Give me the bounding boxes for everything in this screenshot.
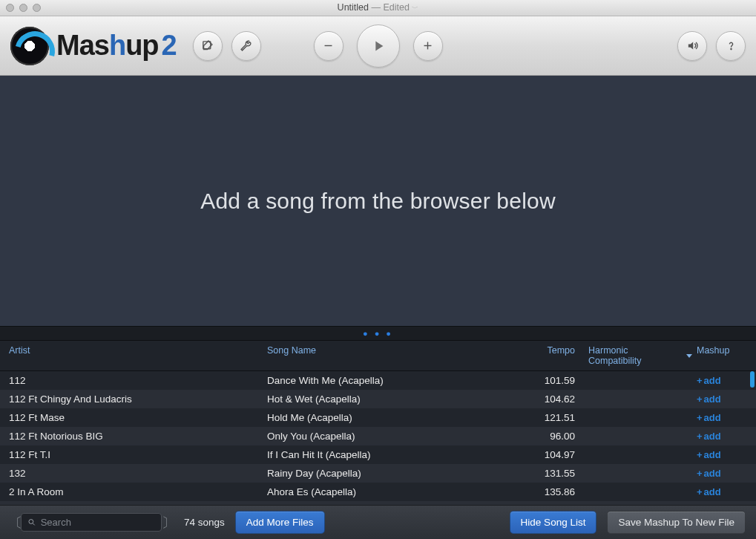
svg-line-8	[33, 523, 34, 525]
toolbar: Mashup2	[0, 16, 756, 76]
grip-dots-icon: ● ● ●	[363, 329, 393, 338]
search-field-wrap[interactable]	[21, 513, 162, 532]
table-row[interactable]: 112 Ft MaseHold Me (Acapella)121.51+add	[0, 408, 756, 427]
cell-artist: 2 In A Room	[9, 486, 267, 497]
cell-harmonic	[575, 468, 692, 479]
edit-icon	[201, 39, 214, 52]
cell-harmonic	[575, 449, 692, 460]
search-input[interactable]	[41, 517, 155, 528]
table-row[interactable]: 2 In A RoomAhora Es (Acapella)135.86+add	[0, 483, 756, 501]
cell-harmonic	[575, 375, 692, 386]
add-song-button[interactable]: +add	[697, 393, 721, 405]
cell-tempo: 121.51	[522, 412, 575, 423]
table-row[interactable]: 132Rainy Day (Acapella)131.55+add	[0, 464, 756, 483]
minimize-window-button[interactable]	[19, 4, 27, 12]
col-mashup[interactable]: Mashup	[692, 345, 741, 366]
cell-song: If I Can Hit It (Acapella)	[267, 449, 522, 460]
title-separator: —	[369, 2, 383, 13]
app-window: Untitled — Edited ﹀ Mashup2	[0, 0, 756, 539]
add-song-button[interactable]: +add	[697, 468, 721, 479]
play-icon	[370, 38, 387, 54]
cell-tempo: 135.86	[522, 486, 575, 497]
wrench-icon	[240, 39, 252, 52]
col-artist[interactable]: Artist	[9, 345, 267, 366]
zoom-window-button[interactable]	[33, 4, 41, 12]
brand-up: up	[125, 30, 158, 61]
footer-bar: 〔 〕 74 songs Add More Files Hide Song Li…	[0, 505, 756, 539]
cell-song: Rainy Day (Acapella)	[267, 468, 522, 479]
sort-desc-icon	[686, 354, 692, 358]
add-song-button[interactable]: +add	[697, 486, 721, 497]
cell-harmonic	[575, 412, 692, 423]
app-title: Mashup2	[56, 30, 177, 62]
table-row[interactable]: 112Dance With Me (Acapella)101.59+add	[0, 371, 756, 390]
brand-h: h	[109, 30, 125, 61]
chevron-down-icon[interactable]: ﹀	[412, 4, 418, 12]
col-tempo[interactable]: Tempo	[522, 345, 575, 366]
brand-2: 2	[162, 30, 177, 61]
settings-button[interactable]	[231, 31, 261, 61]
window-title: Untitled — Edited ﹀	[0, 2, 756, 13]
cell-song: Only You (Acapella)	[267, 431, 522, 442]
cell-song: Ahora Es (Acapella)	[267, 486, 522, 497]
play-button[interactable]	[357, 24, 400, 68]
plus-icon	[421, 39, 434, 52]
cell-tempo: 131.55	[522, 468, 575, 479]
svg-point-6	[730, 49, 731, 50]
cell-harmonic	[575, 486, 692, 497]
zoom-in-button[interactable]	[413, 31, 443, 61]
titlebar[interactable]: Untitled — Edited ﹀	[0, 0, 756, 16]
add-song-button[interactable]: +add	[697, 412, 721, 423]
table-row[interactable]: 112 Ft T.IIf I Can Hit It (Acapella)104.…	[0, 445, 756, 464]
hide-song-list-button[interactable]: Hide Song List	[510, 511, 597, 534]
search-icon	[27, 517, 36, 527]
svg-marker-2	[375, 41, 383, 50]
close-window-button[interactable]	[6, 4, 14, 12]
scrollbar-thumb[interactable]	[750, 371, 755, 388]
brand-mas: Mas	[56, 30, 109, 61]
add-song-button[interactable]: +add	[697, 449, 721, 460]
transport-controls	[314, 24, 443, 68]
drop-zone-message: Add a song from the browser below	[200, 189, 556, 214]
add-more-files-button[interactable]: Add More Files	[235, 511, 325, 534]
table-row[interactable]: 112 Ft Notorious BIGOnly You (Acapella)9…	[0, 427, 756, 445]
svg-marker-5	[688, 42, 692, 50]
cell-artist: 112	[9, 375, 267, 386]
help-button[interactable]	[716, 31, 746, 61]
cell-artist: 112 Ft Mase	[9, 412, 267, 423]
toolbar-left-group	[193, 31, 261, 61]
song-table-body: 112Dance With Me (Acapella)101.59+add112…	[0, 371, 756, 505]
speaker-icon	[686, 39, 699, 52]
minus-icon	[322, 39, 335, 52]
document-name: Untitled	[338, 2, 369, 13]
toolbar-right-group	[677, 31, 746, 61]
add-song-button[interactable]: +add	[697, 375, 721, 386]
cell-song: Dance With Me (Acapella)	[267, 375, 522, 386]
vinyl-disc-icon	[10, 27, 49, 65]
panel-divider[interactable]: ● ● ●	[0, 326, 756, 341]
table-row[interactable]: 112 Ft Chingy And LudacrisHot & Wet (Aca…	[0, 390, 756, 408]
cell-tempo: 104.97	[522, 449, 575, 460]
cell-harmonic	[575, 393, 692, 405]
table-row[interactable]: 2 In A RoomWiggle It 2001 (Acapella)134.…	[0, 501, 756, 505]
traffic-lights	[6, 4, 41, 12]
edit-button[interactable]	[193, 31, 223, 61]
cell-harmonic	[575, 431, 692, 442]
cell-artist: 112 Ft Chingy And Ludacris	[9, 393, 267, 405]
cell-artist: 112 Ft T.I	[9, 449, 267, 460]
cell-song: Hot & Wet (Acapella)	[267, 393, 522, 405]
drop-zone[interactable]: Add a song from the browser below	[0, 76, 756, 326]
edited-status: Edited	[383, 2, 409, 13]
volume-button[interactable]	[677, 31, 707, 61]
bracket-right-icon: 〕	[162, 514, 175, 532]
col-harmonic-label: Harmonic Compatibility	[588, 345, 683, 366]
col-song[interactable]: Song Name	[267, 345, 522, 366]
cell-song: Hold Me (Acapella)	[267, 412, 522, 423]
add-song-button[interactable]: +add	[697, 431, 721, 442]
zoom-out-button[interactable]	[314, 31, 344, 61]
song-count: 74 songs	[184, 517, 225, 528]
save-mashup-button[interactable]: Save Mashup To New File	[607, 511, 746, 534]
col-harmonic[interactable]: Harmonic Compatibility	[575, 345, 692, 366]
cell-tempo: 104.62	[522, 393, 575, 405]
svg-point-7	[29, 520, 33, 524]
